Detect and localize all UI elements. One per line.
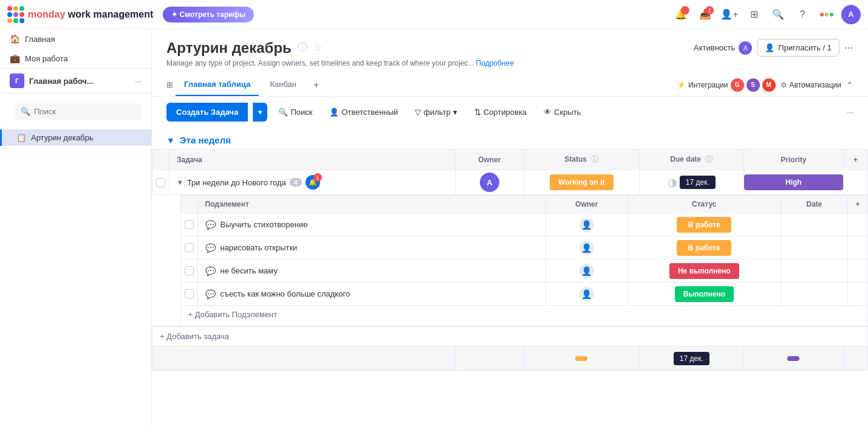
search-icon[interactable]: 🔍 — [768, 5, 788, 24]
toolbar-hide-label: Скрыть — [554, 108, 581, 117]
sub-item-owner-avatar[interactable]: 👤 — [579, 241, 594, 255]
sub-item-status-badge[interactable]: Выполнено — [675, 286, 734, 302]
search-bar-icon: 🔍 — [21, 107, 30, 116]
automation-icon: ⚙ — [781, 81, 787, 89]
info-icon[interactable]: ⓘ — [298, 41, 307, 54]
task-status-cell[interactable]: Working on it — [524, 170, 639, 195]
sub-item-checkbox[interactable] — [185, 243, 194, 252]
notif-count: 1 — [313, 173, 322, 182]
toolbar-sort-button[interactable]: ⇅ Сортировка — [468, 104, 533, 120]
tab-main-table[interactable]: Главная таблица — [176, 74, 259, 96]
upgrade-button[interactable]: ✦ Смотреть тарифы — [163, 7, 254, 22]
sidebar-item-my-work[interactable]: 💼 Моя работа — [0, 49, 151, 68]
sub-item-row: 💬 нарисовать открытки 👤 В работе — [180, 236, 867, 259]
create-task-dropdown[interactable]: ▾ — [253, 103, 267, 122]
integration-app-1: G — [731, 78, 744, 92]
sub-item-status-badge[interactable]: В работе — [677, 240, 731, 256]
task-checkbox[interactable] — [156, 178, 165, 187]
toolbar-filter-button[interactable]: ▽ фильтр ▾ — [409, 104, 463, 120]
automation-button[interactable]: ⚙ Автоматизации — [781, 81, 841, 89]
invite-button[interactable]: 👤 Пригласить / 1 — [757, 39, 839, 57]
user-avatar[interactable]: A — [841, 5, 861, 24]
sub-item-name: 💬 нарисовать открытки — [198, 237, 545, 259]
integration-app-3: M — [762, 78, 776, 92]
expand-icon[interactable]: ▼ — [177, 179, 183, 186]
comment-icon[interactable]: 💬 — [205, 266, 216, 276]
hide-icon: 👁 — [544, 108, 552, 117]
sub-item-owner-avatar[interactable]: 👤 — [579, 218, 594, 232]
sub-item-row: 💬 съесть как можно больше сладкого 👤 Вып… — [180, 283, 867, 306]
search-bar: 🔍 — [15, 103, 142, 120]
toolbar-more-button[interactable]: ··· — [847, 108, 853, 117]
task-priority-badge[interactable]: High — [744, 174, 843, 190]
sidebar-board-label: Артурин декабрь — [31, 133, 94, 142]
comment-icon[interactable]: 💬 — [205, 289, 216, 299]
sub-item-owner-avatar[interactable]: 👤 — [579, 287, 594, 301]
sub-item-row: 💬 не бесить маму 👤 Не выполнено — [180, 259, 867, 283]
column-header-priority: Priority — [743, 149, 843, 170]
tab-kanban[interactable]: Канбан — [261, 74, 305, 96]
integrations-button[interactable]: ⚡ Интеграции G S M — [677, 78, 775, 92]
sub-item-checkbox[interactable] — [185, 289, 194, 298]
integration-label: Интеграции — [688, 81, 728, 89]
add-column-button[interactable]: + — [844, 149, 868, 170]
apps-icon[interactable]: ⊞ — [744, 5, 764, 24]
inbox-badge: 1 — [705, 6, 714, 15]
add-subitem-button[interactable]: + Добавить Подэлемент — [181, 306, 867, 323]
task-owner-avatar[interactable]: A — [480, 173, 499, 192]
task-add-col-cell — [844, 170, 868, 195]
sidebar: 🏠 Главная 💼 Моя работа Г Главная рабоч..… — [0, 29, 152, 426]
workspace-more-icon[interactable]: ··· — [135, 77, 142, 86]
sub-item-name: 💬 съесть как можно больше сладкого — [198, 283, 545, 305]
activity-button[interactable]: Активность A — [694, 41, 752, 55]
tabs-right-actions: ⚡ Интеграции G S M ⚙ Автоматизации ⌃ — [677, 78, 853, 92]
sub-item-status-badge[interactable]: В работе — [677, 217, 731, 233]
page-header: Артурин декабрь ⓘ ☆ Активность A 👤 Пригл… — [152, 29, 868, 74]
column-header-task: Задача — [169, 149, 456, 170]
add-tab-button[interactable]: + — [307, 75, 325, 95]
search-input[interactable] — [34, 107, 136, 116]
due-date-value[interactable]: 17 дек. — [680, 176, 716, 189]
section-toggle-icon[interactable]: ▼ — [166, 136, 175, 145]
home-icon: 🏠 — [10, 34, 20, 44]
board-icon: 📋 — [16, 133, 26, 142]
comment-icon[interactable]: 💬 — [205, 220, 216, 230]
automation-label: Автоматизации — [790, 81, 841, 89]
invite-label: Пригласить / 1 — [778, 43, 832, 52]
sub-item-name: 💬 Выучить стихотворение — [198, 214, 545, 236]
sub-item-status-badge[interactable]: Не выполнено — [669, 263, 739, 279]
toolbar-search-button[interactable]: 🔍 Поиск — [272, 104, 318, 120]
notifications-icon[interactable]: 🔔 — [671, 5, 691, 24]
task-status-badge[interactable]: Working on it — [550, 174, 613, 190]
star-icon[interactable]: ☆ — [313, 42, 322, 53]
sidebar-item-board[interactable]: 📋 Артурин декабрь — [0, 129, 151, 146]
inbox-icon[interactable]: 📥1 — [695, 5, 715, 24]
collapse-button[interactable]: ⌃ — [846, 80, 853, 90]
page-more-button[interactable]: ··· — [844, 41, 853, 54]
content-area: Артурин декабрь ⓘ ☆ Активность A 👤 Пригл… — [152, 29, 868, 426]
comment-icon[interactable]: 💬 — [205, 243, 216, 253]
sub-item-checkbox[interactable] — [185, 220, 194, 229]
invite-icon[interactable]: 👤+ — [720, 5, 739, 24]
logo[interactable]: monday work management — [7, 6, 153, 23]
toolbar-hide-button[interactable]: 👁 Скрыть — [538, 104, 587, 120]
sub-table: Подэлемент Owner Статус Date + — [180, 195, 868, 323]
workspace-selector[interactable]: Г Главная рабоч... ··· — [0, 68, 151, 94]
add-task-button[interactable]: + Добавить задача — [152, 326, 867, 346]
help-icon[interactable]: ? — [793, 5, 812, 24]
sub-item-owner-avatar[interactable]: 👤 — [579, 264, 594, 278]
half-circle-icon: ◑ — [668, 176, 677, 189]
create-task-button[interactable]: Создать Задача — [166, 103, 248, 122]
sub-item-checkbox[interactable] — [185, 266, 194, 275]
sort-icon: ⇅ — [474, 108, 481, 117]
top-navigation: monday work management ✦ Смотреть тарифы… — [0, 0, 868, 29]
workspace-name: Главная рабоч... — [29, 77, 130, 86]
description-link[interactable]: Подробнее — [476, 59, 514, 67]
toolbar-owner-button[interactable]: 👤 Ответственный — [323, 104, 404, 120]
sidebar-item-home[interactable]: 🏠 Главная — [0, 29, 151, 49]
table-area: ▼ Эта неделя Задача Owner Status ⓘ Due — [152, 128, 868, 426]
sub-add-col-button[interactable]: + — [848, 196, 867, 213]
sub-col-header-status: Статус — [628, 196, 781, 213]
task-priority-cell[interactable]: High — [743, 170, 843, 195]
notification-bell-icon[interactable]: 🔔 1 — [306, 175, 320, 190]
